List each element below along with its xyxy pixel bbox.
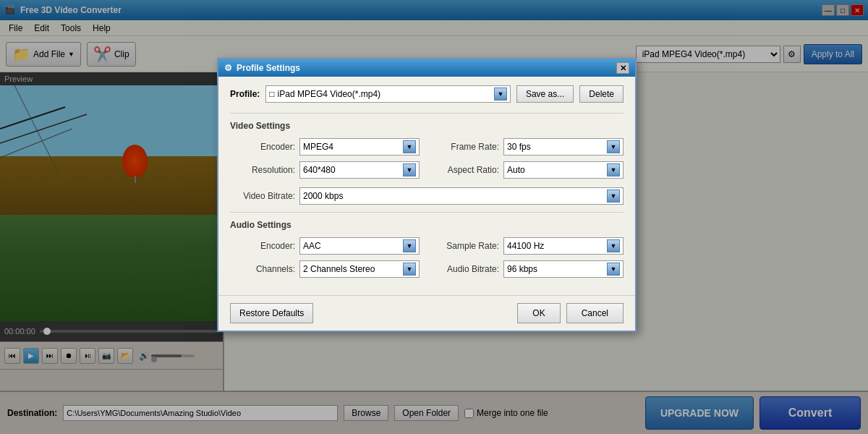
- encoder-label: Encoder:: [230, 142, 295, 152]
- channels-value: 2 Channels Stereo: [303, 264, 375, 274]
- modal-body: Profile: □ iPad MPEG4 Video(*.mp4) ▼ Sav…: [218, 77, 635, 295]
- resolution-combo-arrow[interactable]: ▼: [403, 163, 416, 176]
- ok-button[interactable]: OK: [517, 303, 560, 323]
- encoder-combo-arrow[interactable]: ▼: [403, 140, 416, 153]
- channels-combo-arrow[interactable]: ▼: [403, 263, 416, 276]
- aspect-ratio-row: Aspect Ratio: Auto ▼: [434, 161, 624, 179]
- profile-row: Profile: □ iPad MPEG4 Video(*.mp4) ▼ Sav…: [230, 85, 624, 103]
- profile-combo-arrow[interactable]: ▼: [494, 88, 507, 101]
- aspect-ratio-label: Aspect Ratio:: [434, 165, 499, 175]
- modal-icon: ⚙: [224, 63, 232, 73]
- video-bitrate-value: 2000 kbps: [303, 191, 343, 201]
- restore-defaults-button[interactable]: Restore Defaults: [230, 303, 313, 323]
- modal-close-button[interactable]: ✕: [616, 62, 629, 74]
- aspect-ratio-combo[interactable]: Auto ▼: [503, 161, 624, 179]
- audio-settings-grid: Encoder: AAC ▼ Sample Rate: 44100 Hz ▼: [230, 237, 624, 278]
- audio-encoder-value: AAC: [303, 241, 321, 251]
- frame-rate-combo-arrow[interactable]: ▼: [607, 140, 620, 153]
- encoder-value: MPEG4: [303, 142, 333, 152]
- sample-rate-combo[interactable]: 44100 Hz ▼: [503, 237, 624, 255]
- frame-rate-row: Frame Rate: 30 fps ▼: [434, 138, 624, 156]
- modal-footer: Restore Defaults OK Cancel: [218, 295, 635, 331]
- modal-overlay: ⚙ Profile Settings ✕ Profile: □ iPad MPE…: [0, 0, 868, 434]
- divider-1: [230, 113, 624, 114]
- aspect-ratio-value: Auto: [507, 165, 525, 175]
- audio-encoder-row: Encoder: AAC ▼: [230, 237, 420, 255]
- modal-title-group: ⚙ Profile Settings: [224, 63, 300, 73]
- cancel-button[interactable]: Cancel: [566, 303, 624, 323]
- encoder-row: Encoder: MPEG4 ▼: [230, 138, 420, 156]
- divider-2: [230, 212, 624, 213]
- channels-row: Channels: 2 Channels Stereo ▼: [230, 260, 420, 278]
- audio-bitrate-row: Audio Bitrate: 96 kbps ▼: [434, 260, 624, 278]
- audio-encoder-combo[interactable]: AAC ▼: [299, 237, 420, 255]
- frame-rate-value: 30 fps: [507, 142, 531, 152]
- profile-label: Profile:: [230, 89, 260, 99]
- video-bitrate-row: Video Bitrate: 2000 kbps ▼: [230, 187, 624, 205]
- video-bitrate-label: Video Bitrate:: [230, 191, 295, 201]
- resolution-row: Resolution: 640*480 ▼: [230, 161, 420, 179]
- sample-rate-combo-arrow[interactable]: ▼: [607, 239, 620, 252]
- sample-rate-label: Sample Rate:: [434, 241, 499, 251]
- audio-bitrate-label: Audio Bitrate:: [434, 264, 499, 274]
- profile-icon: □: [269, 89, 274, 99]
- profile-combo[interactable]: □ iPad MPEG4 Video(*.mp4) ▼: [265, 85, 511, 103]
- delete-button[interactable]: Delete: [579, 85, 624, 103]
- video-bitrate-combo[interactable]: 2000 kbps ▼: [299, 187, 624, 205]
- video-settings-label: Video Settings: [230, 121, 624, 131]
- encoder-combo[interactable]: MPEG4 ▼: [299, 138, 420, 156]
- modal-title-bar: ⚙ Profile Settings ✕: [218, 59, 635, 77]
- aspect-ratio-combo-arrow[interactable]: ▼: [607, 163, 620, 176]
- resolution-combo[interactable]: 640*480 ▼: [299, 161, 420, 179]
- audio-settings-label: Audio Settings: [230, 220, 624, 230]
- profile-combo-value: iPad MPEG4 Video(*.mp4): [278, 89, 381, 99]
- modal-footer-right: OK Cancel: [517, 303, 624, 323]
- profile-settings-modal: ⚙ Profile Settings ✕ Profile: □ iPad MPE…: [217, 58, 637, 332]
- modal-title: Profile Settings: [237, 63, 300, 73]
- sample-rate-row: Sample Rate: 44100 Hz ▼: [434, 237, 624, 255]
- frame-rate-combo[interactable]: 30 fps ▼: [503, 138, 624, 156]
- channels-label: Channels:: [230, 264, 295, 274]
- resolution-value: 640*480: [303, 165, 336, 175]
- channels-combo[interactable]: 2 Channels Stereo ▼: [299, 260, 420, 278]
- resolution-label: Resolution:: [230, 165, 295, 175]
- sample-rate-value: 44100 Hz: [507, 241, 544, 251]
- audio-encoder-combo-arrow[interactable]: ▼: [403, 239, 416, 252]
- video-settings-grid: Encoder: MPEG4 ▼ Frame Rate: 30 fps ▼: [230, 138, 624, 179]
- audio-bitrate-combo-arrow[interactable]: ▼: [607, 263, 620, 276]
- audio-bitrate-combo[interactable]: 96 kbps ▼: [503, 260, 624, 278]
- video-bitrate-combo-arrow[interactable]: ▼: [607, 190, 620, 203]
- audio-bitrate-value: 96 kbps: [507, 264, 537, 274]
- audio-encoder-label: Encoder:: [230, 241, 295, 251]
- save-as-button[interactable]: Save as...: [516, 85, 574, 103]
- frame-rate-label: Frame Rate:: [434, 142, 499, 152]
